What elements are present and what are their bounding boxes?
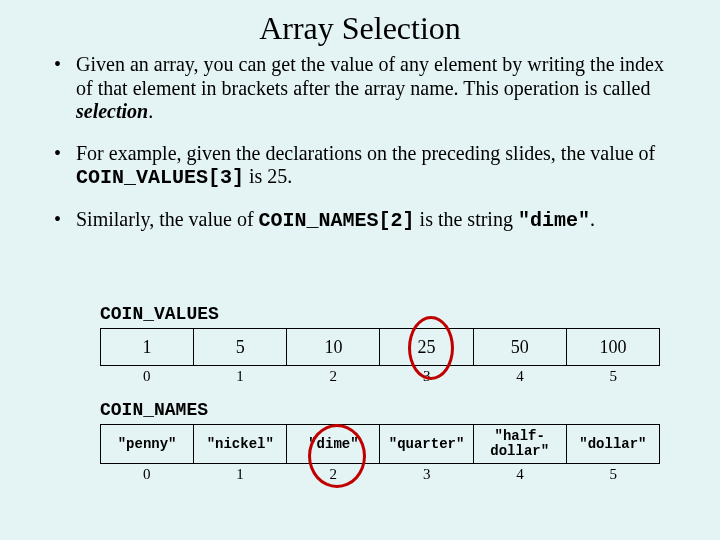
coin-names-indices: 0 1 2 3 4 5 — [100, 464, 660, 484]
coin-values-label: COIN_VALUES — [100, 304, 670, 324]
coin-names-cell: "dime" — [287, 425, 380, 464]
bullet-1: Given an array, you can get the value of… — [58, 53, 680, 124]
bullet-2-text-a: For example, given the declarations on t… — [76, 142, 655, 164]
coin-values-cell: 10 — [287, 329, 380, 366]
index-cell: 1 — [193, 366, 286, 386]
coin-values-indices: 0 1 2 3 4 5 — [100, 366, 660, 386]
bullet-1-text-b: . — [148, 100, 153, 122]
bullet-3: Similarly, the value of COIN_NAMES[2] is… — [58, 208, 680, 233]
coin-values-cell: 50 — [473, 329, 566, 366]
index-cell: 4 — [473, 366, 566, 386]
bullet-2-text-b: is 25. — [244, 165, 292, 187]
bullet-2: For example, given the declarations on t… — [58, 142, 680, 190]
bullet-3-code: COIN_NAMES[2] — [259, 209, 415, 232]
arrays-region: COIN_VALUES 1 5 10 25 50 100 0 1 2 3 4 5… — [100, 304, 670, 498]
coin-names-cell: "half- dollar" — [473, 425, 566, 464]
bullet-3-code2: "dime" — [518, 209, 590, 232]
coin-values-cell: 1 — [101, 329, 194, 366]
coin-names-cell: "quarter" — [380, 425, 473, 464]
bullet-2-code: COIN_VALUES[3] — [76, 166, 244, 189]
coin-values-cell: 100 — [566, 329, 659, 366]
index-cell: 5 — [567, 366, 660, 386]
bullet-1-text-a: Given an array, you can get the value of… — [76, 53, 664, 99]
bullet-3-text-a: Similarly, the value of — [76, 208, 259, 230]
coin-names-cell: "dollar" — [566, 425, 659, 464]
slide: Array Selection Given an array, you can … — [0, 0, 720, 540]
index-cell: 3 — [380, 366, 473, 386]
page-title: Array Selection — [0, 0, 720, 53]
index-cell: 5 — [567, 464, 660, 484]
coin-values-cell: 25 — [380, 329, 473, 366]
coin-values-cell: 5 — [194, 329, 287, 366]
index-cell: 1 — [193, 464, 286, 484]
bullet-3-text-b: is the string — [415, 208, 518, 230]
coin-names-cell: "penny" — [101, 425, 194, 464]
index-cell: 3 — [380, 464, 473, 484]
index-cell: 0 — [100, 366, 193, 386]
bullet-list: Given an array, you can get the value of… — [0, 53, 720, 233]
index-cell: 2 — [287, 464, 380, 484]
coin-names-table: "penny" "nickel" "dime" "quarter" "half-… — [100, 424, 660, 464]
index-cell: 0 — [100, 464, 193, 484]
bullet-1-selection: selection — [76, 100, 148, 122]
coin-names-label: COIN_NAMES — [100, 400, 670, 420]
index-cell: 4 — [473, 464, 566, 484]
coin-names-cell: "nickel" — [194, 425, 287, 464]
bullet-3-text-c: . — [590, 208, 595, 230]
index-cell: 2 — [287, 366, 380, 386]
coin-values-table: 1 5 10 25 50 100 — [100, 328, 660, 366]
